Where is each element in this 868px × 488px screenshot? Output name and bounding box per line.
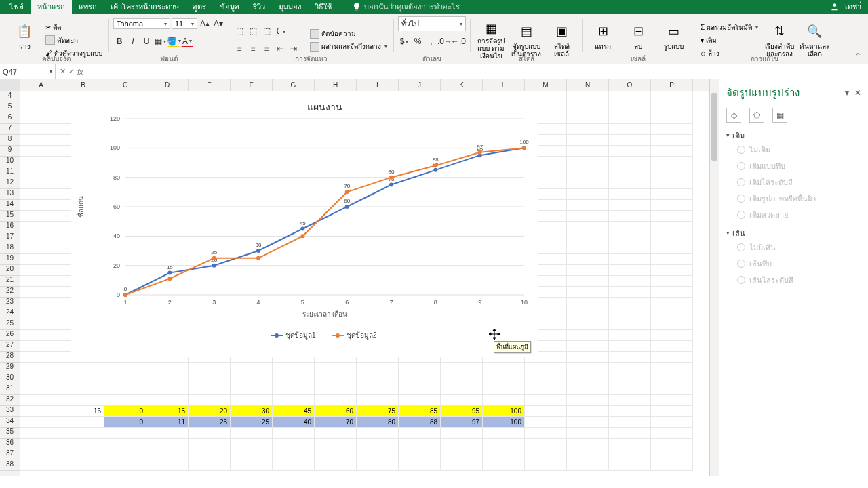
row-header-25[interactable]: 25: [0, 319, 20, 330]
sidepane-menu-button[interactable]: ▾: [845, 88, 849, 98]
cell[interactable]: [567, 384, 609, 395]
cell[interactable]: [20, 287, 62, 298]
row-header-22[interactable]: 22: [0, 287, 20, 298]
cell[interactable]: [651, 265, 693, 276]
align-top-button[interactable]: ⬚: [233, 25, 245, 37]
cell[interactable]: [273, 373, 315, 384]
cell[interactable]: [20, 276, 62, 287]
fill-option-3[interactable]: เติมรูปภาพหรือพื้นผิว: [726, 190, 861, 207]
cell[interactable]: 95: [441, 406, 483, 417]
cell[interactable]: 45: [273, 406, 315, 417]
cell[interactable]: [62, 395, 104, 406]
cell[interactable]: [231, 449, 273, 460]
cell[interactable]: [146, 373, 189, 384]
cell[interactable]: [651, 352, 693, 363]
cell[interactable]: [651, 460, 693, 471]
cell[interactable]: [20, 102, 62, 113]
cell[interactable]: [651, 157, 693, 167]
row-header-16[interactable]: 16: [0, 222, 20, 232]
cell[interactable]: [441, 428, 483, 439]
cell[interactable]: [189, 363, 231, 373]
line-section-header[interactable]: เส้น: [726, 227, 861, 239]
cell[interactable]: [189, 384, 231, 395]
cell[interactable]: [609, 352, 651, 363]
row-header-9[interactable]: 9: [0, 146, 20, 157]
cell[interactable]: [399, 363, 441, 373]
row-header-31[interactable]: 31: [0, 384, 20, 395]
cell[interactable]: [441, 439, 483, 449]
cell[interactable]: 0: [104, 417, 146, 428]
cell[interactable]: [651, 243, 693, 254]
row-header-37[interactable]: 37: [0, 449, 20, 460]
cell[interactable]: [146, 384, 189, 395]
cell[interactable]: [651, 417, 693, 428]
cell[interactable]: [231, 439, 273, 449]
size-tab-icon[interactable]: ▦: [772, 108, 787, 123]
cell[interactable]: [567, 167, 609, 178]
cell[interactable]: [104, 460, 146, 471]
increase-font-button[interactable]: A▴: [199, 18, 211, 30]
accounting-format-button[interactable]: $▾: [398, 35, 410, 47]
fx-button[interactable]: fx: [77, 68, 83, 76]
tab-4[interactable]: สูตร: [186, 0, 213, 14]
cell[interactable]: [62, 363, 104, 373]
cell[interactable]: [567, 449, 609, 460]
cell[interactable]: [651, 200, 693, 211]
cell[interactable]: [20, 428, 62, 439]
col-header-G[interactable]: G: [273, 79, 315, 91]
cell[interactable]: [62, 460, 104, 471]
cell-grid[interactable]: ABCDEFGHIJKLMNOP 12345678910123456789101…: [20, 79, 709, 476]
cell[interactable]: [609, 254, 651, 265]
cell[interactable]: [399, 449, 441, 460]
cell[interactable]: [567, 102, 609, 113]
cell[interactable]: [567, 406, 609, 417]
cell[interactable]: [483, 395, 525, 406]
cell[interactable]: [609, 157, 651, 167]
cell[interactable]: [20, 135, 62, 146]
select-all-corner[interactable]: [0, 79, 20, 92]
cell[interactable]: [651, 341, 693, 352]
cell[interactable]: [146, 395, 189, 406]
row-header-12[interactable]: 12: [0, 178, 20, 189]
cell[interactable]: [651, 167, 693, 178]
cell[interactable]: [189, 373, 231, 384]
cell[interactable]: [20, 232, 62, 243]
cell[interactable]: [567, 341, 609, 352]
name-box[interactable]: Q47▾: [0, 64, 56, 79]
cell[interactable]: [567, 276, 609, 287]
col-header-C[interactable]: C: [104, 79, 146, 91]
cell[interactable]: [315, 428, 357, 439]
cell[interactable]: [609, 330, 651, 341]
cell[interactable]: [20, 460, 62, 471]
cell[interactable]: [525, 373, 567, 384]
cell[interactable]: [231, 395, 273, 406]
cell[interactable]: [609, 167, 651, 178]
cell[interactable]: 70: [315, 417, 357, 428]
cell[interactable]: [567, 460, 609, 471]
decrease-decimal-button[interactable]: ←.0: [452, 35, 465, 47]
cell[interactable]: [357, 449, 399, 460]
col-header-D[interactable]: D: [146, 79, 189, 91]
cell[interactable]: [146, 439, 189, 449]
cell[interactable]: [20, 449, 62, 460]
cell[interactable]: [441, 384, 483, 395]
cell[interactable]: [441, 395, 483, 406]
italic-button[interactable]: I: [127, 35, 139, 47]
cell[interactable]: [609, 124, 651, 135]
formula-input[interactable]: [87, 64, 868, 79]
cell[interactable]: [441, 460, 483, 471]
row-header-32[interactable]: 32: [0, 395, 20, 406]
cell[interactable]: [483, 428, 525, 439]
cell[interactable]: [609, 417, 651, 428]
fill-option-0[interactable]: ไม่เติม: [726, 142, 861, 158]
cell[interactable]: [567, 124, 609, 135]
fill-color-button[interactable]: 🪣▾: [167, 35, 180, 47]
cell[interactable]: [357, 384, 399, 395]
row-header-4[interactable]: 4: [0, 92, 20, 102]
col-header-K[interactable]: K: [441, 79, 483, 91]
cell[interactable]: [399, 373, 441, 384]
cell[interactable]: [651, 308, 693, 319]
cell[interactable]: [104, 449, 146, 460]
fill-option-2[interactable]: เติมไล่ระดับสี: [726, 174, 861, 190]
cell[interactable]: [231, 384, 273, 395]
